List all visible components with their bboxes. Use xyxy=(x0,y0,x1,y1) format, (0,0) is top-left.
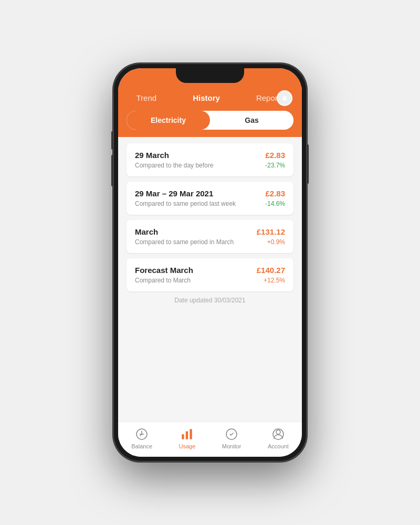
card-week-change: -14.6% xyxy=(265,200,285,207)
card-week-title: 29 Mar – 29 Mar 2021 xyxy=(135,189,213,198)
card-forecast: Forecast March £140.27 Compared to March… xyxy=(127,258,293,291)
svg-rect-4 xyxy=(190,429,192,439)
nav-account[interactable]: Account xyxy=(268,427,289,449)
card-forecast-change: +12.5% xyxy=(264,277,285,284)
account-label: Account xyxy=(268,443,289,449)
phone-notch xyxy=(176,68,244,83)
svg-rect-3 xyxy=(186,432,188,439)
main-content: 29 March £2.83 Compared to the day befor… xyxy=(118,137,302,422)
svg-point-5 xyxy=(276,430,280,434)
card-forecast-subtitle: Compared to March xyxy=(135,277,191,284)
tab-trend[interactable]: Trend xyxy=(132,91,161,104)
monitor-label: Monitor xyxy=(222,443,242,449)
monitor-icon xyxy=(225,427,238,441)
balance-icon xyxy=(135,427,149,441)
card-month-amount: £131.12 xyxy=(257,227,285,236)
card-month-title: March xyxy=(135,227,158,236)
card-month: March £131.12 Compared to same period in… xyxy=(127,220,293,253)
card-day: 29 March £2.83 Compared to the day befor… xyxy=(127,143,293,176)
usage-label: Usage xyxy=(179,443,196,449)
phone-frame: Trend History Reports Electricity Gas 29… xyxy=(113,63,307,462)
card-day-subtitle: Compared to the day before xyxy=(135,162,213,169)
gas-button[interactable]: Gas xyxy=(210,111,293,130)
account-icon xyxy=(271,427,285,441)
card-day-title: 29 March xyxy=(135,151,169,160)
card-day-amount: £2.83 xyxy=(265,151,285,160)
card-month-change: +0.9% xyxy=(267,238,285,246)
nav-tabs: Trend History Reports xyxy=(118,87,302,111)
card-day-change: -23.7% xyxy=(265,162,285,169)
energy-toggle: Electricity Gas xyxy=(127,111,293,130)
electricity-button[interactable]: Electricity xyxy=(127,111,210,130)
nav-monitor[interactable]: Monitor xyxy=(222,427,242,449)
card-week-amount: £2.83 xyxy=(265,189,285,198)
nav-balance[interactable]: Balance xyxy=(131,427,152,449)
usage-icon xyxy=(180,427,194,441)
card-week: 29 Mar – 29 Mar 2021 £2.83 Compared to s… xyxy=(127,182,293,215)
notification-button[interactable] xyxy=(277,90,292,106)
tab-history[interactable]: History xyxy=(188,91,224,104)
card-week-subtitle: Compared to same period last week xyxy=(135,200,236,207)
svg-rect-2 xyxy=(182,434,184,439)
nav-usage[interactable]: Usage xyxy=(179,427,196,449)
card-forecast-amount: £140.27 xyxy=(257,266,285,275)
phone-screen: Trend History Reports Electricity Gas 29… xyxy=(118,68,302,457)
card-forecast-title: Forecast March xyxy=(135,266,193,275)
date-updated: Date updated 30/03/2021 xyxy=(127,297,293,304)
balance-label: Balance xyxy=(131,443,152,449)
card-month-subtitle: Compared to same period in March xyxy=(135,238,234,246)
bottom-navigation: Balance Usage xyxy=(118,422,302,457)
